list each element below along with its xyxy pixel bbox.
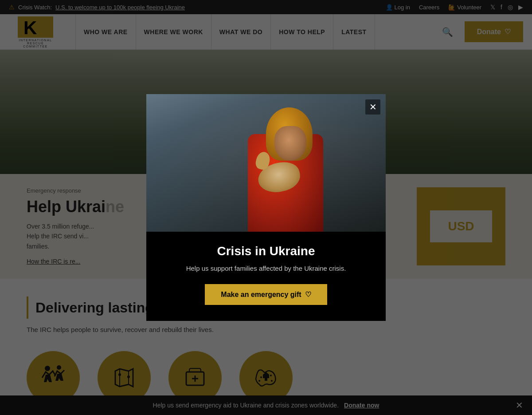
modal-cta-label: Make an emergency gift [221,291,301,299]
modal-close-button[interactable]: ✕ [365,99,380,115]
modal-title: Crisis in Ukraine [164,244,368,258]
modal-content: Crisis in Ukraine Help us support famili… [146,232,386,321]
modal-cta-button[interactable]: Make an emergency gift ♡ [205,284,327,305]
modal-heart-icon: ♡ [305,290,311,299]
face [274,126,306,161]
figure-body [237,103,334,232]
modal-photo-inner [146,94,386,232]
modal-photo [146,94,386,232]
modal-description: Help us support families affected by the… [164,264,368,274]
modal-dialog: ✕ [146,94,386,321]
modal-overlay: ✕ [0,0,532,415]
figure [237,103,334,232]
